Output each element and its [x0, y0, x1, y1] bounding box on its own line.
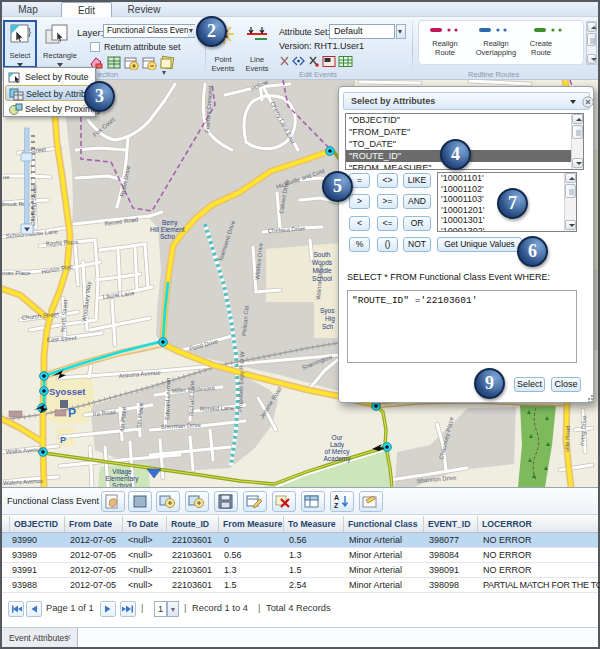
svg-text:A: A	[334, 494, 339, 501]
svg-text:Our: Our	[332, 434, 344, 441]
svg-text:Woods: Woods	[312, 259, 333, 266]
svg-text:Richard Lane: Richard Lane	[188, 379, 195, 416]
svg-text:Syosset: Syosset	[49, 386, 86, 397]
svg-text:Syos: Syos	[320, 307, 335, 315]
svg-text:ville Road: ville Road	[564, 425, 571, 452]
svg-text:P: P	[68, 406, 76, 420]
svg-text:Sch: Sch	[322, 323, 334, 330]
svg-text:P: P	[60, 435, 66, 445]
svg-text:Middle: Middle	[312, 267, 332, 274]
svg-text:Z: Z	[334, 502, 339, 509]
svg-text:}: }	[28, 27, 31, 37]
svg-text:South: South	[314, 251, 331, 258]
svg-text:ue: ue	[3, 174, 10, 180]
svg-text:man Place: man Place	[2, 270, 31, 276]
svg-text:Hill Element: Hill Element	[150, 226, 185, 233]
svg-text:Ronald Lane: Ronald Lane	[200, 405, 235, 412]
svg-text:Academy: Academy	[323, 455, 351, 463]
svg-text:School: School	[312, 275, 332, 282]
svg-text:Scho: Scho	[160, 233, 175, 240]
svg-text:Hig: Hig	[325, 315, 335, 323]
